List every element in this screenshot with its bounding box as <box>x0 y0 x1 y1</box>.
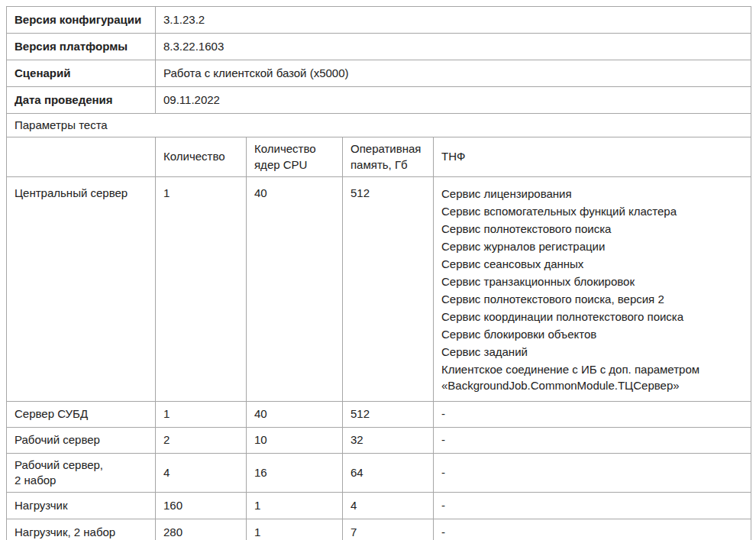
table-row-working-server: Рабочий сервер 2 10 32 - <box>7 427 751 453</box>
cell-ram: 7 <box>343 519 434 540</box>
cell-ram: 4 <box>343 493 434 519</box>
info-value: Работа с клиентской базой (x5000) <box>156 60 751 87</box>
list-item: Сервис заданий <box>441 344 743 360</box>
list-item: Сервис полнотекстового поиска, версия 2 <box>441 291 743 307</box>
cell-tnf: - <box>434 401 751 427</box>
header-row: Количество Количество ядер CPU Оперативн… <box>7 137 751 177</box>
column-header-tnf: ТНФ <box>434 137 751 177</box>
list-item: Сервис лицензирования <box>441 186 743 202</box>
info-label: Версия конфигурации <box>7 7 156 34</box>
info-value: 8.3.22.1603 <box>156 34 751 60</box>
cell-ram: 32 <box>343 427 434 453</box>
list-item: Сервис полнотекстового поиска <box>441 221 743 237</box>
list-item: Сервис блокировки объектов <box>441 326 743 342</box>
cell-ram: 64 <box>343 453 434 493</box>
cell-cpu: 40 <box>247 176 343 401</box>
cell-tnf: - <box>434 519 751 540</box>
cell-ram: 512 <box>343 401 434 427</box>
row-label: Рабочий сервер <box>7 427 156 453</box>
row-label: Нагрузчик, 2 набор <box>7 519 156 540</box>
cell-count: 280 <box>156 519 247 540</box>
info-row-config-version: Версия конфигурации 3.1.23.2 <box>7 7 751 34</box>
cell-cpu: 16 <box>247 453 343 493</box>
list-item: Сервис координации полнотекстового поиск… <box>441 309 743 325</box>
tnf-service-list: Сервис лицензированияСервис вспомогатель… <box>441 186 743 393</box>
info-value: 09.11.2022 <box>156 87 751 114</box>
table-row-loader: Нагрузчик 160 1 4 - <box>7 493 751 519</box>
row-label: Нагрузчик <box>7 493 156 519</box>
row-label: Центральный сервер <box>7 176 156 401</box>
cell-count: 2 <box>156 427 247 453</box>
cell-tnf: - <box>434 493 751 519</box>
row-label: Рабочий сервер, 2 набор <box>7 453 156 493</box>
column-header-ram: Оперативная память, Гб <box>343 137 434 177</box>
report-page: Версия конфигурации 3.1.23.2 Версия плат… <box>0 0 756 540</box>
list-item: Сервис сеансовых данных <box>441 256 743 272</box>
info-row-scenario: Сценарий Работа с клиентской базой (x500… <box>7 60 751 87</box>
test-parameters-table: Версия конфигурации 3.1.23.2 Версия плат… <box>6 6 751 540</box>
list-item: Клиентское соединение с ИБ с доп. параме… <box>441 361 743 393</box>
info-row-platform-version: Версия платформы 8.3.22.1603 <box>7 34 751 60</box>
table-row-dbms-server: Сервер СУБД 1 40 512 - <box>7 401 751 427</box>
table-row-central-server: Центральный сервер 1 40 512 Сервис лицен… <box>7 176 751 401</box>
cell-tnf: Сервис лицензированияСервис вспомогатель… <box>434 176 751 401</box>
cell-ram: 512 <box>343 176 434 401</box>
table-row-working-server-set2: Рабочий сервер, 2 набор 4 16 64 - <box>7 453 751 493</box>
info-value: 3.1.23.2 <box>156 7 751 34</box>
cell-tnf: - <box>434 427 751 453</box>
row-label: Сервер СУБД <box>7 401 156 427</box>
list-item: Сервис транзакционных блокировок <box>441 273 743 289</box>
cell-tnf: - <box>434 453 751 493</box>
section-row: Параметры теста <box>7 114 751 137</box>
cell-count: 160 <box>156 493 247 519</box>
cell-cpu: 1 <box>247 519 343 540</box>
list-item: Сервис журналов регистрации <box>441 238 743 254</box>
column-header-count: Количество <box>156 137 247 177</box>
cell-count: 1 <box>156 401 247 427</box>
info-label: Версия платформы <box>7 34 156 60</box>
column-header-empty <box>7 137 156 177</box>
column-header-cpu-cores: Количество ядер CPU <box>247 137 343 177</box>
list-item: Сервис вспомогательных функций кластера <box>441 203 743 219</box>
info-row-date: Дата проведения 09.11.2022 <box>7 87 751 114</box>
table-row-loader-set2: Нагрузчик, 2 набор 280 1 7 - <box>7 519 751 540</box>
info-label: Дата проведения <box>7 87 156 114</box>
cell-cpu: 1 <box>247 493 343 519</box>
cell-count: 4 <box>156 453 247 493</box>
info-label: Сценарий <box>7 60 156 87</box>
cell-count: 1 <box>156 176 247 401</box>
cell-cpu: 10 <box>247 427 343 453</box>
cell-cpu: 40 <box>247 401 343 427</box>
section-title: Параметры теста <box>7 114 751 137</box>
